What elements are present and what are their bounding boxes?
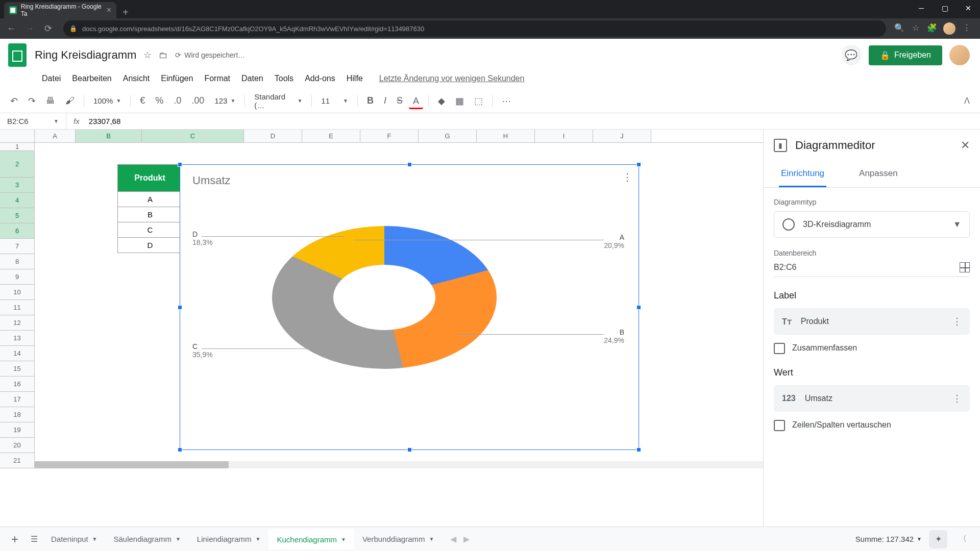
row-header[interactable]: 4 — [0, 193, 35, 208]
menu-data[interactable]: Daten — [236, 72, 268, 85]
reload-icon[interactable]: ⟳ — [41, 21, 55, 36]
row-header[interactable]: 2 — [0, 151, 35, 178]
browser-menu-icon[interactable]: ⋮ — [962, 22, 972, 33]
address-bar[interactable]: 🔒 docs.google.com/spreadsheets/d/16sZAG8… — [63, 20, 886, 37]
last-edit-link[interactable]: Letzte Änderung vor wenigen Sekunden — [379, 74, 525, 83]
sheet-nav-left-icon[interactable]: ◀ — [447, 531, 459, 547]
table-cell[interactable]: A — [118, 191, 182, 207]
collapse-sidebar-icon[interactable]: 〈 — [954, 530, 971, 548]
sheet-tab[interactable]: Verbunddiagramm▼ — [354, 530, 442, 548]
row-header[interactable]: 1 — [0, 143, 35, 151]
table-cell[interactable]: C — [118, 222, 182, 237]
col-header-b[interactable]: B — [76, 130, 142, 142]
forward-icon[interactable]: → — [22, 21, 37, 36]
undo-icon[interactable]: ↶ — [6, 92, 22, 110]
donut-chart[interactable] — [267, 216, 502, 405]
bold-icon[interactable]: B — [363, 92, 378, 109]
zoom-select[interactable]: 100%▼ — [89, 94, 125, 107]
bookmark-icon[interactable]: ☆ — [911, 22, 921, 33]
sheets-logo[interactable] — [4, 42, 31, 68]
borders-icon[interactable]: ▦ — [451, 92, 468, 110]
italic-icon[interactable]: I — [380, 92, 390, 109]
tab-customize[interactable]: Anpassen — [857, 161, 900, 187]
menu-edit[interactable]: Bearbeiten — [67, 72, 116, 85]
row-header[interactable]: 18 — [0, 407, 35, 422]
text-color-icon[interactable]: A — [409, 93, 423, 109]
menu-tools[interactable]: Tools — [270, 72, 299, 85]
row-header[interactable]: 21 — [0, 453, 35, 468]
sheet-nav-right-icon[interactable]: ▶ — [460, 531, 473, 547]
chart-menu-icon[interactable]: ⋮ — [622, 171, 631, 183]
close-tab-icon[interactable]: × — [107, 6, 111, 15]
user-avatar[interactable] — [949, 45, 970, 65]
col-header-f[interactable]: F — [360, 130, 419, 142]
col-header-a[interactable]: A — [35, 130, 76, 142]
row-header[interactable]: 20 — [0, 438, 35, 453]
sum-display[interactable]: Summe: 127.342▼ — [855, 535, 922, 543]
tab-setup[interactable]: Einrichtung — [779, 161, 826, 187]
new-tab-button[interactable]: + — [116, 7, 135, 18]
value-field-chip[interactable]: 123 Umsatz ⋮ — [774, 385, 970, 412]
sheet-tab[interactable]: Liniendiagramm▼ — [189, 530, 269, 548]
close-panel-icon[interactable]: ✕ — [961, 139, 970, 152]
row-header[interactable]: 9 — [0, 269, 35, 285]
increase-decimal-icon[interactable]: .00 — [187, 92, 208, 109]
font-select[interactable]: Standard (…▼ — [250, 90, 306, 112]
doc-title[interactable]: Ring Kreisdiagramm — [35, 48, 136, 62]
strikethrough-icon[interactable]: S — [393, 92, 407, 109]
chart-object[interactable]: Umsatz ⋮ A20,9% — [180, 164, 639, 450]
row-header[interactable]: 19 — [0, 422, 35, 438]
fill-color-icon[interactable]: ◆ — [434, 92, 449, 110]
row-header[interactable]: 11 — [0, 300, 35, 315]
col-header-i[interactable]: I — [535, 130, 593, 142]
chart-title[interactable]: Umsatz — [192, 174, 231, 187]
label-field-chip[interactable]: Tᴛ Produkt ⋮ — [774, 308, 970, 335]
browser-tab[interactable]: Ring Kreisdiagramm - Google Ta × — [4, 2, 116, 18]
data-range-input[interactable] — [774, 263, 960, 272]
menu-insert[interactable]: Einfügen — [156, 72, 198, 85]
back-icon[interactable]: ← — [4, 21, 18, 36]
table-cell[interactable]: D — [118, 237, 182, 253]
row-header[interactable]: 14 — [0, 346, 35, 361]
share-button[interactable]: 🔒 Freigeben — [869, 45, 942, 65]
sheet-tab[interactable]: Säulendiagramm▼ — [105, 530, 188, 548]
number-format-select[interactable]: 123▼ — [210, 94, 239, 107]
row-header[interactable]: 12 — [0, 315, 35, 331]
menu-file[interactable]: Datei — [37, 72, 66, 85]
star-icon[interactable]: ☆ — [143, 49, 152, 61]
row-header[interactable]: 5 — [0, 208, 35, 223]
menu-help[interactable]: Hilfe — [341, 72, 368, 85]
decrease-decimal-icon[interactable]: .0 — [169, 92, 185, 109]
all-sheets-icon[interactable]: ☰ — [26, 530, 43, 548]
maximize-icon[interactable]: ▢ — [933, 0, 957, 16]
chip-menu-icon[interactable]: ⋮ — [952, 393, 962, 404]
row-header[interactable]: 7 — [0, 239, 35, 254]
zoom-icon[interactable]: 🔍 — [894, 22, 904, 33]
horizontal-scrollbar[interactable] — [35, 461, 763, 468]
add-sheet-button[interactable]: + — [4, 528, 26, 550]
minimize-icon[interactable]: ─ — [910, 0, 933, 16]
row-header[interactable]: 8 — [0, 254, 35, 269]
move-icon[interactable]: 🗀 — [159, 50, 168, 61]
col-header-e[interactable]: E — [302, 130, 360, 142]
print-icon[interactable]: 🖶 — [42, 92, 59, 109]
row-header[interactable]: 17 — [0, 392, 35, 407]
profile-avatar-small[interactable] — [943, 22, 955, 35]
select-range-icon[interactable] — [960, 262, 970, 272]
font-size-select[interactable]: 11▼ — [317, 94, 352, 107]
table-cell[interactable]: B — [118, 207, 182, 222]
paint-format-icon[interactable]: 🖌 — [61, 92, 79, 109]
menu-format[interactable]: Format — [199, 72, 235, 85]
close-window-icon[interactable]: ✕ — [957, 0, 980, 16]
row-header[interactable]: 16 — [0, 377, 35, 392]
collapse-toolbar-icon[interactable]: ᐱ — [960, 92, 974, 110]
formula-input[interactable] — [87, 115, 980, 128]
col-header-d[interactable]: D — [244, 130, 302, 142]
chart-type-select[interactable]: 3D-Kreisdiagramm ▼ — [774, 211, 970, 238]
currency-icon[interactable]: € — [136, 92, 149, 109]
sheet-tab[interactable]: Dateninput▼ — [43, 530, 105, 548]
menu-view[interactable]: Ansicht — [118, 72, 155, 85]
explore-icon[interactable]: ✦ — [929, 530, 947, 548]
col-header-c[interactable]: C — [142, 130, 244, 142]
col-header-j[interactable]: J — [593, 130, 651, 142]
